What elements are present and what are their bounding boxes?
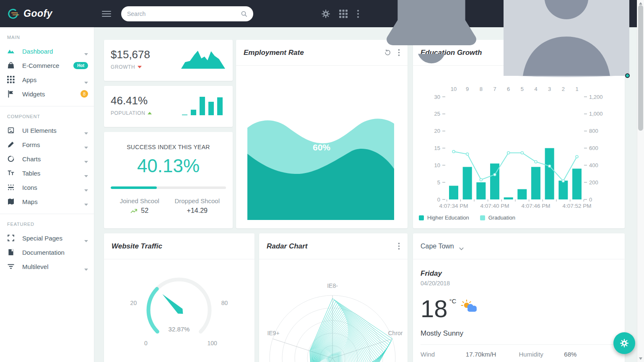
chevron-down-icon bbox=[84, 172, 88, 175]
svg-text:600: 600 bbox=[589, 145, 598, 151]
sidebar-badge: 8 bbox=[80, 90, 88, 98]
sidebar-item-label: Forms bbox=[22, 141, 40, 148]
svg-text:6: 6 bbox=[507, 86, 510, 92]
svg-text:60%: 60% bbox=[313, 142, 330, 152]
forms-icon bbox=[7, 141, 15, 148]
sidebar-item-tables[interactable]: Tables bbox=[0, 166, 94, 180]
svg-text:7: 7 bbox=[493, 86, 496, 92]
svg-text:20: 20 bbox=[130, 300, 137, 306]
chevron-down-icon bbox=[84, 200, 88, 203]
svg-text:4:07:52 PM: 4:07:52 PM bbox=[562, 203, 591, 209]
website-traffic-title: Website Traffic bbox=[112, 242, 162, 251]
svg-text:15: 15 bbox=[434, 145, 440, 151]
gear-icon bbox=[620, 339, 628, 347]
brand[interactable]: Goofy bbox=[0, 8, 94, 20]
sidebar-item-multilevel[interactable]: Multilevel bbox=[0, 259, 94, 274]
svg-text:10: 10 bbox=[434, 162, 440, 168]
svg-text:9: 9 bbox=[466, 86, 469, 92]
notifications-bell[interactable]: 5 bbox=[369, 0, 494, 78]
legend-item[interactable]: Graduation bbox=[480, 215, 515, 221]
sidebar-section: FEATUREDSpecial PagesDocumentationMultil… bbox=[0, 214, 94, 279]
sidebar-item-label: Apps bbox=[22, 76, 36, 83]
sidebar-item-maps[interactable]: Maps bbox=[0, 194, 94, 209]
chevron-down-icon bbox=[84, 50, 88, 53]
sidebar-item-charts[interactable]: Charts bbox=[0, 152, 94, 166]
main-content: $15,678 GROWTH 46.41% POPULATION SUCCESS… bbox=[94, 27, 637, 362]
card-kebab-icon[interactable] bbox=[398, 243, 400, 250]
sidebar-item-documentation[interactable]: Documentation bbox=[0, 245, 94, 259]
sidebar-item-forms[interactable]: Forms bbox=[0, 137, 94, 152]
radar-chart: IE8-IE9+Chror bbox=[259, 259, 408, 362]
sidebar-section: MAINDashboardE-CommerceHotAppsWidgets8 bbox=[0, 27, 94, 106]
weather-day: Friday bbox=[421, 269, 617, 278]
apps-icon bbox=[7, 76, 15, 83]
weather-stat: Wind17.70km/H bbox=[421, 351, 519, 358]
weather-condition: Mostly Sunny bbox=[421, 329, 617, 338]
settings-fab-button[interactable] bbox=[613, 332, 635, 354]
page-scrollbar[interactable] bbox=[637, 0, 644, 362]
sidebar-item-label: Multilevel bbox=[22, 263, 49, 270]
sidebar: MAINDashboardE-CommerceHotAppsWidgets8CO… bbox=[0, 27, 94, 362]
svg-text:100: 100 bbox=[208, 340, 218, 346]
search-input[interactable] bbox=[127, 10, 241, 17]
trend-up-icon bbox=[148, 112, 152, 114]
weather-card: Cape Town Friday 04/20/2018 18 °C Mostly… bbox=[413, 233, 625, 362]
search-icon[interactable] bbox=[241, 10, 247, 17]
sidebar-item-ui-elements[interactable]: UI Elements bbox=[0, 123, 94, 137]
apps-grid-icon[interactable] bbox=[339, 10, 348, 18]
chevron-down-icon bbox=[84, 129, 88, 132]
education-chart-legend: Higher EducationGraduation bbox=[419, 215, 515, 221]
city-selector[interactable]: Cape Town bbox=[413, 233, 625, 259]
dashboard-icon bbox=[7, 47, 15, 55]
user-menu[interactable] bbox=[504, 0, 629, 78]
sidebar-item-label: Charts bbox=[22, 155, 41, 163]
scrollbar-thumb[interactable] bbox=[638, 5, 643, 131]
svg-text:4:07:40 PM: 4:07:40 PM bbox=[480, 203, 509, 209]
chevron-down-icon bbox=[84, 237, 88, 240]
sidebar-item-label: Maps bbox=[22, 198, 38, 205]
widgets-icon bbox=[7, 90, 15, 98]
chevron-down-icon bbox=[459, 245, 464, 248]
sidebar-item-icons[interactable]: Icons bbox=[0, 180, 94, 194]
sidebar-item-label: Special Pages bbox=[22, 235, 62, 242]
avatar[interactable] bbox=[504, 70, 629, 77]
svg-text:1: 1 bbox=[575, 86, 578, 92]
svg-text:8: 8 bbox=[480, 86, 483, 92]
chevron-down-icon bbox=[84, 265, 88, 268]
trend-down-icon bbox=[138, 66, 142, 68]
search-box bbox=[121, 6, 253, 21]
settings-gear-icon[interactable] bbox=[322, 10, 330, 18]
more-kebab-icon[interactable] bbox=[357, 10, 359, 18]
city-name: Cape Town bbox=[421, 243, 454, 250]
svg-text:400: 400 bbox=[589, 162, 598, 168]
sidebar-item-special-pages[interactable]: Special Pages bbox=[0, 231, 94, 245]
scroll-down-arrow[interactable] bbox=[639, 357, 642, 360]
sidebar-toggle-button[interactable] bbox=[102, 11, 111, 17]
svg-text:10: 10 bbox=[451, 86, 457, 92]
sidebar-item-e-commerce[interactable]: E-CommerceHot bbox=[0, 58, 94, 72]
traffic-gauge-chart: 0208010032.87% bbox=[104, 259, 254, 362]
population-bar-sparkline bbox=[181, 95, 225, 118]
scroll-up-arrow[interactable] bbox=[639, 2, 642, 5]
sidebar-section-header: COMPONENT bbox=[0, 106, 94, 123]
sun-cloud-icon bbox=[460, 299, 479, 314]
online-status-dot bbox=[625, 73, 630, 78]
svg-text:5: 5 bbox=[521, 86, 524, 92]
sidebar-item-apps[interactable]: Apps bbox=[0, 72, 94, 87]
svg-text:IE9+: IE9+ bbox=[267, 330, 279, 336]
sidebar-item-dashboard[interactable]: Dashboard bbox=[0, 44, 94, 58]
sidebar-item-label: E-Commerce bbox=[22, 62, 59, 69]
sidebar-item-widgets[interactable]: Widgets8 bbox=[0, 87, 94, 101]
svg-text:Chror: Chror bbox=[388, 330, 402, 336]
svg-text:IE8-: IE8- bbox=[327, 282, 338, 289]
svg-text:25: 25 bbox=[434, 111, 440, 117]
ui-elements-icon bbox=[7, 127, 15, 134]
svg-text:30: 30 bbox=[434, 94, 440, 100]
special-pages-icon bbox=[7, 234, 15, 242]
sidebar-item-label: UI Elements bbox=[22, 127, 57, 134]
brand-logo-icon bbox=[7, 8, 19, 20]
website-traffic-card: Website Traffic 0208010032.87% bbox=[104, 233, 254, 362]
success-index-card: SUCCESS INDEX THIS YEAR 40.13% Joined Sh… bbox=[104, 132, 233, 228]
legend-item[interactable]: Higher Education bbox=[419, 215, 469, 221]
radar-chart-title: Radar Chart bbox=[267, 242, 307, 251]
